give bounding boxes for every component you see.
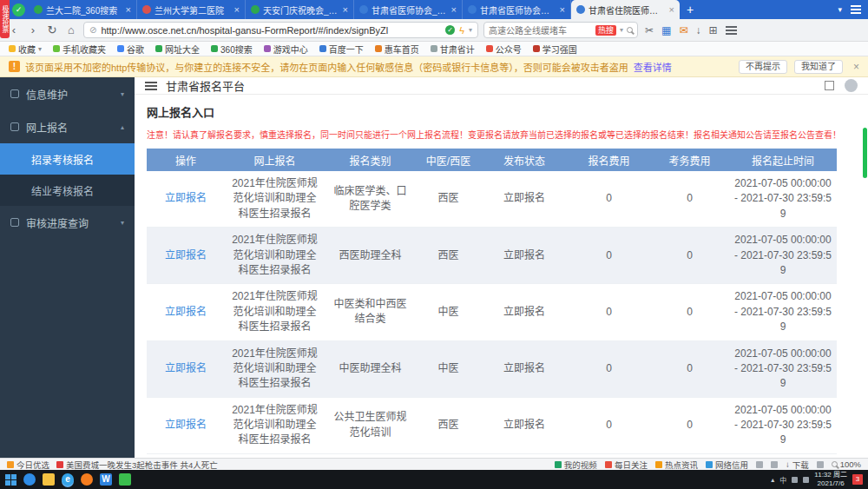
notification-badge[interactable]: 3 — [852, 474, 863, 485]
extensions-grid-icon[interactable]: ⊞ — [708, 24, 717, 36]
close-icon[interactable]: × — [234, 4, 240, 15]
signup-now-link[interactable]: 立即报名 — [165, 249, 207, 261]
site-safety-shield-icon[interactable]: ✓ — [445, 25, 455, 35]
skin-icon[interactable] — [817, 461, 824, 468]
fee-cell: 0 — [568, 284, 650, 340]
bookmark-item[interactable]: 网址大全 — [155, 43, 200, 56]
search-dropdown-icon[interactable]: ▾ — [620, 26, 623, 34]
bookmark-icon — [211, 45, 218, 52]
browser-tab[interactable]: 甘肃省医师协会官方网站 × — [463, 0, 571, 19]
browser-tab[interactable]: 兰大二院_360搜索 × — [29, 0, 137, 19]
wps-icon[interactable]: W — [100, 473, 112, 486]
bookmark-favorites[interactable]: 收藏 ▾ — [9, 43, 42, 56]
sidebar-item-info-maintenance[interactable]: 信息维护 ▾ — [0, 77, 135, 110]
sidebar-item-recruit-exam-signup[interactable]: 招录考核报名 — [0, 143, 135, 175]
bookmark-item[interactable]: 百度一下 — [319, 43, 364, 56]
signup-icon — [10, 122, 19, 131]
dont-remind-button[interactable]: 不再提示 — [739, 60, 787, 74]
close-icon[interactable]: × — [669, 4, 674, 15]
user-avatar[interactable] — [845, 79, 858, 92]
firefox-icon[interactable] — [81, 473, 93, 486]
start-button[interactable] — [5, 474, 16, 486]
wechat-icon[interactable] — [119, 473, 131, 486]
file-explorer-icon[interactable] — [43, 473, 55, 486]
net-credit[interactable]: 网络信用 — [706, 459, 748, 471]
new-tab-button[interactable]: + — [680, 3, 700, 17]
hot-search-badge[interactable]: 热搜 — [595, 25, 616, 36]
signup-now-link[interactable]: 立即报名 — [165, 419, 207, 431]
category-cell: 公共卫生医师规范化培训 — [325, 397, 416, 453]
browser-tab[interactable]: 天安门庆祝晚会_360搜索 × — [246, 0, 354, 19]
sidebar-item-graduation-exam-signup[interactable]: 结业考核报名 — [0, 175, 135, 206]
daily-follow[interactable]: 每日关注 — [605, 459, 648, 471]
got-it-button[interactable]: 我知道了 — [794, 60, 843, 74]
screenshot-scissors-icon[interactable]: ✂ — [645, 24, 654, 36]
volume-icon[interactable] — [803, 477, 809, 483]
close-icon[interactable]: × — [126, 4, 131, 15]
side-ribbon[interactable]: 极速抢票 — [0, 0, 10, 38]
signup-now-link[interactable]: 立即报名 — [165, 306, 207, 318]
url-dropdown-icon[interactable]: ▾ — [469, 26, 472, 34]
news-ticker[interactable]: 美国费城一晚发生3起枪击事件 共4人死亡 — [56, 459, 218, 471]
browser-menu-icon[interactable] — [726, 26, 737, 35]
network-icon[interactable] — [792, 477, 798, 483]
hamburger-menu-icon[interactable] — [145, 82, 157, 90]
downloads-entry[interactable]: ↓ 下载 — [786, 459, 809, 471]
bookmark-item[interactable]: 公众号 — [486, 43, 522, 56]
fullscreen-icon[interactable] — [825, 81, 834, 90]
close-icon[interactable]: × — [343, 4, 348, 15]
search-icon[interactable] — [627, 27, 633, 33]
bookmark-item[interactable]: 手机收藏夹 — [53, 43, 106, 56]
taskbar-clock[interactable]: 11:32 周二 2021/7/6 — [814, 471, 847, 488]
bookmark-item[interactable]: 学习强国 — [533, 43, 577, 56]
speed-mode-lightning-icon[interactable]: ϟ — [459, 25, 464, 36]
url-text[interactable]: http://www.osce.net.cn/hospital-gansu-Fo… — [101, 25, 441, 36]
message-icon[interactable] — [756, 461, 763, 468]
my-videos[interactable]: 我的视频 — [555, 459, 597, 471]
download-icon[interactable]: ↓ — [695, 24, 700, 36]
forward-button[interactable]: › — [26, 23, 40, 36]
close-icon[interactable]: × — [451, 4, 457, 15]
bookmark-icon — [319, 45, 326, 52]
tab-menu-icon[interactable] — [851, 5, 861, 14]
download-icon: ↓ — [786, 459, 790, 469]
signup-now-link[interactable]: 立即报名 — [165, 192, 207, 204]
browser-tab[interactable]: 甘肃省医师协会_百度搜索 × — [354, 0, 463, 19]
bookmark-item[interactable]: 甘肃省计 — [431, 43, 475, 56]
close-icon[interactable]: × — [560, 4, 565, 15]
page-scrollbar-thumb[interactable] — [863, 128, 867, 178]
apps-grid-icon[interactable]: ▦ — [661, 24, 671, 36]
progress-icon — [10, 218, 19, 227]
sidebar-toggle-icon[interactable] — [771, 461, 778, 468]
sidebar-item-online-signup[interactable]: 网上报名 ▴ — [0, 110, 135, 143]
warning-detail-link[interactable]: 查看详情 — [634, 60, 672, 74]
today-picks[interactable]: 今日优选 — [7, 459, 49, 471]
home-button[interactable]: ⌂ — [64, 23, 78, 36]
bookmark-item[interactable]: 谷歌 — [117, 43, 144, 56]
search-suggestion-text[interactable]: 高速公路全线缓堵车 — [489, 23, 592, 36]
clock-date: 2021/7/6 — [814, 479, 847, 488]
close-icon[interactable]: × — [853, 61, 859, 73]
hot-news[interactable]: 热点资讯 — [655, 459, 698, 471]
mail-icon[interactable]: ✉ — [679, 24, 687, 36]
tab-list-chevron-icon[interactable]: ▾ — [838, 5, 842, 14]
browser-tab[interactable]: 兰州大学第二医院 × — [137, 0, 246, 19]
zoom-control[interactable]: 100% — [832, 459, 861, 469]
search-box[interactable]: 高速公路全线缓堵车 热搜 ▾ — [483, 22, 638, 38]
browser-tab-active[interactable]: 甘肃省住院医师规范化培训 × — [571, 0, 680, 19]
input-method-indicator[interactable]: 中 — [779, 475, 786, 485]
column-header: 网上报名 — [225, 149, 325, 171]
ie-browser-icon[interactable]: e — [62, 473, 74, 486]
sidebar-item-review-progress[interactable]: 审核进度查询 ▾ — [0, 206, 135, 239]
taskbar-search-icon[interactable] — [23, 473, 36, 486]
browser-logo-icon[interactable]: ✓ — [12, 3, 25, 17]
bookmark-item[interactable]: 惠车首页 — [375, 43, 419, 56]
column-header: 报名费用 — [568, 149, 650, 171]
refresh-button[interactable]: ↻ — [45, 23, 59, 36]
bookmark-item[interactable]: 360搜索 — [211, 43, 253, 56]
tray-expand-chevron-icon[interactable]: ▴ — [771, 476, 774, 484]
main-content: 甘肃省报名平台 网上报名入口 注意！请认真了解报名要求，慎重选择报名，同一时间只… — [135, 77, 868, 458]
address-bar[interactable]: ⊘ http://www.osce.net.cn/hospital-gansu-… — [83, 22, 478, 38]
signup-now-link[interactable]: 立即报名 — [165, 362, 207, 374]
bookmark-item[interactable]: 游戏中心 — [264, 43, 308, 56]
